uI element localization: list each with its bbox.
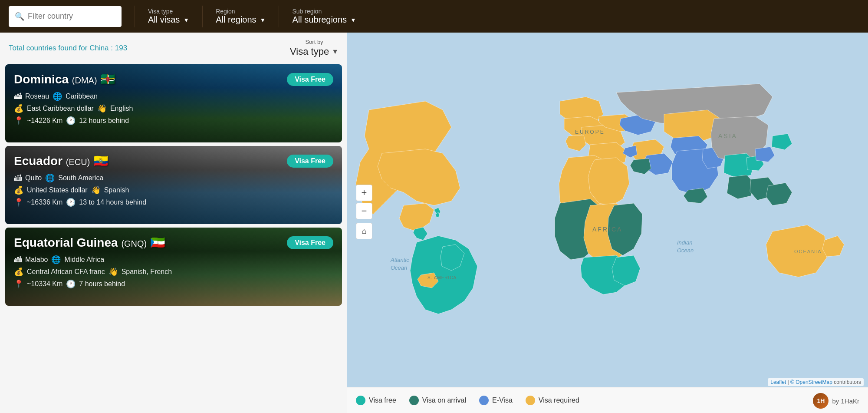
indian-ocean-label2: Ocean bbox=[677, 247, 694, 254]
language-icon: 👋 bbox=[108, 267, 118, 277]
zoom-out-button[interactable]: − bbox=[356, 203, 372, 219]
pin-icon: 📍 bbox=[14, 116, 23, 126]
sort-dropdown[interactable]: Visa type ▼ bbox=[290, 46, 339, 57]
building-icon: 🏙 bbox=[14, 92, 22, 101]
country-card[interactable]: Equatorial Guinea (GNQ) 🇬🇶 Visa Free 🏙 M… bbox=[5, 228, 342, 306]
clock-icon: 🕐 bbox=[66, 198, 76, 207]
country-card[interactable]: Dominica (DMA) 🇩🇲 Visa Free 🏙 Roseau 🌐 C… bbox=[5, 64, 342, 142]
clock-icon: 🕐 bbox=[66, 279, 76, 289]
capital: Roseau bbox=[25, 93, 49, 100]
search-container[interactable]: 🔍 bbox=[9, 6, 122, 27]
sort-value: Visa type bbox=[290, 46, 329, 57]
time-diff: 13 to 14 hours behind bbox=[79, 198, 146, 206]
mozambique bbox=[612, 255, 640, 286]
clock-icon: 🕐 bbox=[66, 116, 76, 126]
country-name: Equatorial Guinea (GNQ) 🇬🇶 bbox=[14, 235, 165, 250]
indian-ocean-label: Indian bbox=[677, 239, 692, 246]
zoom-in-button[interactable]: + bbox=[356, 185, 372, 201]
map-legend: Visa free Visa on arrival E-Visa Visa re… bbox=[347, 387, 868, 413]
currency: East Caribbean dollar bbox=[27, 105, 94, 112]
currency: United States dollar bbox=[27, 186, 88, 194]
south-am-label: S. AMERICA bbox=[427, 275, 457, 280]
oceania-label: OCEANIA bbox=[794, 249, 822, 254]
card-details: 🏙 Roseau 🌐 Caribbean 💰 East Caribbean do… bbox=[14, 92, 333, 126]
sort-arrow-icon: ▼ bbox=[332, 48, 339, 56]
visa-badge: Visa Free bbox=[287, 236, 333, 249]
evisa-label: E-Visa bbox=[492, 396, 513, 404]
region-arrow-icon: ▼ bbox=[260, 17, 266, 23]
visa-arrival-label: Visa on arrival bbox=[422, 396, 466, 404]
region-label: Region bbox=[216, 8, 235, 15]
building-icon: 🏙 bbox=[14, 255, 22, 264]
currency-row: 💰 United States dollar 👋 Spanish bbox=[14, 185, 333, 195]
country-name: Ecuador (ECU) 🇪🇨 bbox=[14, 154, 108, 168]
card-details: 🏙 Malabo 🌐 Middle Africa 💰 Central Afric… bbox=[14, 255, 333, 289]
region-value: All regions bbox=[216, 15, 256, 25]
search-icon: 🔍 bbox=[15, 12, 24, 21]
subregion-filter[interactable]: Sub region All subregions ▼ bbox=[292, 8, 356, 25]
language-icon: 👋 bbox=[97, 104, 107, 113]
distance-row: 📍 ~16336 Km 🕐 13 to 14 hours behind bbox=[14, 198, 333, 207]
capital: Quito bbox=[25, 174, 42, 182]
globe-icon: 🌐 bbox=[51, 255, 61, 264]
visa-required-label: Visa required bbox=[539, 396, 579, 404]
main-content: Total countries found for China : 193 So… bbox=[0, 33, 868, 413]
results-count: Total countries found for China : 193 bbox=[9, 44, 127, 53]
language-icon: 👋 bbox=[91, 185, 101, 195]
divider-3 bbox=[279, 6, 279, 27]
visa-required-dot bbox=[526, 396, 535, 405]
money-icon: 💰 bbox=[14, 267, 23, 277]
distance-row: 📍 ~14226 Km 🕐 12 hours behind bbox=[14, 116, 333, 126]
world-map: Atlantic Ocean Indian Ocean EUROPE ASIA … bbox=[347, 33, 868, 378]
osm-link[interactable]: © OpenStreetMap bbox=[790, 379, 832, 385]
currency-row: 💰 Central African CFA franc 👋 Spanish, F… bbox=[14, 267, 333, 277]
europe-label: EUROPE bbox=[575, 129, 605, 135]
divider-2 bbox=[202, 6, 203, 27]
visa-type-dropdown[interactable]: All visas ▼ bbox=[148, 15, 189, 25]
card-content: Equatorial Guinea (GNQ) 🇬🇶 Visa Free 🏙 M… bbox=[5, 228, 342, 306]
country-name: Dominica (DMA) 🇩🇲 bbox=[14, 72, 115, 86]
leaflet-link[interactable]: Leaflet bbox=[770, 379, 786, 385]
divider-1 bbox=[135, 6, 135, 27]
country-code: (DMA) bbox=[72, 76, 97, 85]
region: Caribbean bbox=[66, 93, 98, 100]
country-code: (ECU) bbox=[66, 157, 90, 167]
home-button[interactable]: ⌂ bbox=[356, 223, 372, 239]
username: by 1HaKr bbox=[832, 397, 859, 405]
cards-container: Dominica (DMA) 🇩🇲 Visa Free 🏙 Roseau 🌐 C… bbox=[0, 64, 347, 306]
subregion-dropdown[interactable]: All subregions ▼ bbox=[292, 15, 356, 25]
search-input[interactable] bbox=[28, 12, 115, 21]
asia-label: ASIA bbox=[718, 132, 737, 139]
visa-free-dot bbox=[356, 396, 365, 405]
region: Middle Africa bbox=[64, 256, 104, 264]
evisa-dot bbox=[479, 396, 489, 405]
africa-label: AFRICA bbox=[592, 226, 622, 233]
card-content: Dominica (DMA) 🇩🇲 Visa Free 🏙 Roseau 🌐 C… bbox=[5, 64, 342, 142]
card-details: 🏙 Quito 🌐 South America 💰 United States … bbox=[14, 173, 333, 207]
region-filter[interactable]: Region All regions ▼ bbox=[216, 8, 266, 25]
country-code: (GNQ) bbox=[121, 239, 147, 248]
avatar: 1H bbox=[813, 393, 829, 409]
country-card[interactable]: Ecuador (ECU) 🇪🇨 Visa Free 🏙 Quito 🌐 Sou… bbox=[5, 146, 342, 224]
globe-icon: 🌐 bbox=[53, 92, 62, 101]
visa-type-value: All visas bbox=[148, 15, 180, 25]
time-diff: 12 hours behind bbox=[79, 117, 129, 125]
distance: ~14226 Km bbox=[27, 117, 62, 125]
language: Spanish, French bbox=[122, 268, 172, 276]
visa-type-filter[interactable]: Visa type All visas ▼ bbox=[148, 8, 189, 25]
capital: Malabo bbox=[25, 256, 48, 264]
map-panel: Atlantic Ocean Indian Ocean EUROPE ASIA … bbox=[347, 33, 868, 413]
distance: ~10334 Km bbox=[27, 280, 62, 288]
left-panel: Total countries found for China : 193 So… bbox=[0, 33, 347, 413]
legend-visa-required: Visa required bbox=[526, 396, 579, 405]
language: English bbox=[110, 105, 133, 112]
map-attribution: Leaflet | © OpenStreetMap contributors bbox=[768, 378, 864, 386]
card-title-row: Equatorial Guinea (GNQ) 🇬🇶 Visa Free bbox=[14, 235, 333, 250]
region-dropdown[interactable]: All regions ▼ bbox=[216, 15, 266, 25]
building-icon: 🏙 bbox=[14, 174, 22, 183]
region: South America bbox=[58, 174, 103, 182]
sort-section[interactable]: Sort by Visa type ▼ bbox=[290, 39, 339, 57]
results-header: Total countries found for China : 193 So… bbox=[0, 33, 347, 61]
atlantic-ocean-label2: Ocean bbox=[391, 264, 407, 271]
globe-icon: 🌐 bbox=[45, 173, 55, 183]
